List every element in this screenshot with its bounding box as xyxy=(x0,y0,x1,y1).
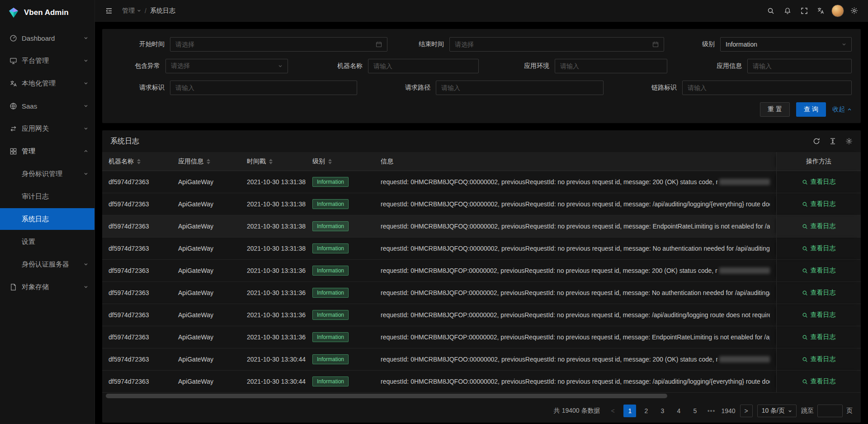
reset-button[interactable]: 重 置 xyxy=(760,102,790,117)
view-log-link[interactable]: 查看日志 xyxy=(802,355,836,363)
exception-select[interactable]: 请选择 xyxy=(165,59,288,73)
notification-bell-icon[interactable] xyxy=(779,0,796,22)
table-row[interactable]: df5974d72363 ApiGateWay 2021-10-30 13:31… xyxy=(102,215,861,238)
sidebar-item-app-gateway[interactable]: 应用网关 xyxy=(0,118,94,139)
management-grid-icon xyxy=(9,148,17,155)
view-log-link[interactable]: 查看日志 xyxy=(802,289,836,297)
sidebar-subitem-settings[interactable]: 设置 xyxy=(0,231,94,252)
end-time-datepicker[interactable] xyxy=(449,37,664,52)
prev-page-button[interactable]: < xyxy=(606,405,619,417)
view-log-link[interactable]: 查看日志 xyxy=(802,311,836,319)
horizontal-scrollbar xyxy=(102,393,861,399)
table-row[interactable]: df5974d72363 ApiGateWay 2021-10-30 13:31… xyxy=(102,171,861,193)
sort-icon[interactable] xyxy=(207,159,210,164)
refresh-icon[interactable] xyxy=(813,138,820,145)
menu-fold-icon[interactable] xyxy=(102,0,116,22)
filter-field-trace-id: 链路标识 xyxy=(645,81,852,95)
view-log-link[interactable]: 查看日志 xyxy=(802,200,836,208)
page-button[interactable]: ••• xyxy=(705,405,717,417)
page-button[interactable]: 1940 xyxy=(721,405,735,417)
jump-label: 跳至 xyxy=(801,407,814,415)
view-log-link[interactable]: 查看日志 xyxy=(802,222,836,230)
view-log-link[interactable]: 查看日志 xyxy=(802,244,836,252)
magnifier-icon xyxy=(802,268,808,274)
table-row[interactable]: df5974d72363 ApiGateWay 2021-10-30 13:31… xyxy=(102,238,861,260)
sidebar-item-dashboard[interactable]: Dashboard xyxy=(0,27,94,49)
sort-icon[interactable] xyxy=(328,159,332,164)
cell-timestamp: 2021-10-30 13:30:44 xyxy=(241,348,306,370)
search-icon[interactable] xyxy=(762,0,779,22)
cell-actions: 查看日志 xyxy=(776,260,861,281)
page-button[interactable]: 4 xyxy=(672,405,685,417)
start-time-datepicker[interactable] xyxy=(170,37,387,52)
table-header: 机器名称 应用信息 时间戳 级别 xyxy=(102,152,861,171)
cell-timestamp: 2021-10-30 13:31:36 xyxy=(241,260,306,281)
table-row[interactable]: df5974d72363 ApiGateWay 2021-10-30 13:30… xyxy=(102,371,861,393)
table-row[interactable]: df5974d72363 ApiGateWay 2021-10-30 13:31… xyxy=(102,326,861,348)
filter-panel: 开始时间 结束时间 xyxy=(102,29,861,123)
collapse-toggle[interactable]: 收起 xyxy=(832,105,852,114)
page-size-select[interactable]: 10 条/页 xyxy=(757,405,797,417)
page-button[interactable]: 3 xyxy=(656,405,669,417)
column-header-machine[interactable]: 机器名称 xyxy=(102,152,172,171)
table-row[interactable]: df5974d72363 ApiGateWay 2021-10-30 13:30… xyxy=(102,348,861,371)
machine-name-input[interactable] xyxy=(373,62,473,70)
cell-machine-name: df5974d72363 xyxy=(102,193,172,215)
sidebar-subitem-audit-logs[interactable]: 审计日志 xyxy=(0,186,94,207)
view-log-link[interactable]: 查看日志 xyxy=(802,267,836,275)
sidebar-subitem-identity-auth-server[interactable]: 身份认证服务器 xyxy=(0,253,94,275)
filter-field-app-info: 应用信息 xyxy=(710,59,852,73)
next-page-button[interactable]: > xyxy=(740,405,753,417)
redacted-blur xyxy=(719,356,770,362)
request-id-input[interactable] xyxy=(175,84,352,91)
row-height-icon[interactable] xyxy=(829,138,836,145)
sort-icon[interactable] xyxy=(137,159,141,164)
sidebar-item-saas[interactable]: Saas xyxy=(0,95,94,117)
level-select[interactable]: Information xyxy=(720,37,852,52)
view-log-link[interactable]: 查看日志 xyxy=(802,178,836,186)
fullscreen-icon[interactable] xyxy=(796,0,812,22)
request-path-input[interactable] xyxy=(441,84,598,91)
sidebar-subitem-system-logs[interactable]: 系统日志 xyxy=(0,208,94,230)
sort-icon[interactable] xyxy=(269,159,273,164)
table-row[interactable]: df5974d72363 ApiGateWay 2021-10-30 13:31… xyxy=(102,304,861,326)
scrollbar-thumb[interactable] xyxy=(106,394,667,398)
field-label: 级别 xyxy=(699,40,715,48)
sidebar-item-localization-management[interactable]: 本地化管理 xyxy=(0,72,94,94)
logo[interactable]: Vben Admin xyxy=(0,0,94,25)
sidebar-item-management[interactable]: 管理 xyxy=(0,140,94,162)
breadcrumb-item-management[interactable]: 管理 xyxy=(122,7,141,15)
column-header-timestamp[interactable]: 时间戳 xyxy=(241,152,306,171)
page-button[interactable]: 5 xyxy=(689,405,701,417)
chevron-down-icon xyxy=(788,409,792,413)
table-row[interactable]: df5974d72363 ApiGateWay 2021-10-30 13:31… xyxy=(102,282,861,304)
view-log-link[interactable]: 查看日志 xyxy=(802,333,836,341)
filter-field-machine-name: 机器名称 xyxy=(331,59,479,73)
sidebar-subitem-identity-management[interactable]: 身份标识管理 xyxy=(0,163,94,185)
filter-field-end-time: 结束时间 xyxy=(412,37,664,52)
page-button[interactable]: 1 xyxy=(623,405,636,417)
column-settings-gear-icon[interactable] xyxy=(845,138,853,145)
trace-id-input[interactable] xyxy=(688,84,846,91)
jump-page-input[interactable] xyxy=(817,405,843,417)
translate-icon[interactable] xyxy=(812,0,829,22)
settings-gear-icon[interactable] xyxy=(846,0,863,22)
sidebar-item-object-storage[interactable]: 对象存储 xyxy=(0,276,94,298)
platform-icon xyxy=(9,57,17,65)
column-header-level[interactable]: 级别 xyxy=(306,152,374,171)
query-button[interactable]: 查 询 xyxy=(796,102,826,117)
app-info-input[interactable] xyxy=(753,62,846,70)
column-header-app-info[interactable]: 应用信息 xyxy=(172,152,241,171)
cell-actions: 查看日志 xyxy=(776,171,861,193)
start-time-input[interactable] xyxy=(175,41,372,48)
end-time-input[interactable] xyxy=(455,41,649,48)
page-button[interactable]: 2 xyxy=(640,405,652,417)
sidebar-item-platform-management[interactable]: 平台管理 xyxy=(0,50,94,71)
cell-machine-name: df5974d72363 xyxy=(102,215,172,237)
table-row[interactable]: df5974d72363 ApiGateWay 2021-10-30 13:31… xyxy=(102,260,861,282)
view-log-link[interactable]: 查看日志 xyxy=(802,377,836,386)
environment-input[interactable] xyxy=(560,62,662,70)
table-row[interactable]: df5974d72363 ApiGateWay 2021-10-30 13:31… xyxy=(102,193,861,215)
avatar[interactable] xyxy=(829,0,846,22)
breadcrumb-separator: / xyxy=(145,7,146,14)
